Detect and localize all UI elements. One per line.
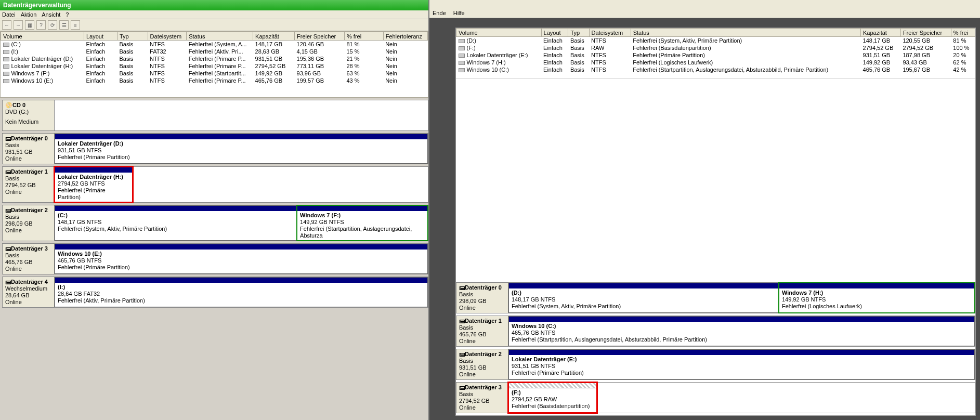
drive-icon xyxy=(459,46,465,50)
cd-state: Kein Medium xyxy=(5,119,51,125)
partition[interactable]: (I:)28,64 GB FAT32Fehlerfrei (Aktiv, Pri… xyxy=(55,277,428,307)
disk-row[interactable]: 🖴Datenträger 0Basis931,51 GBOnlineLokale… xyxy=(2,133,428,164)
drive-icon xyxy=(459,39,465,43)
partition[interactable]: Lokaler Datenträger (D:)931,51 GB NTFSFe… xyxy=(55,134,428,164)
disk-row[interactable]: 🖴Datenträger 1Basis465,76 GBOnlineWindow… xyxy=(456,316,975,347)
table-row[interactable]: (C:)EinfachBasisNTFSFehlerfrei (System, … xyxy=(1,41,428,48)
table-row[interactable]: (I:)EinfachBasisFAT32Fehlerfrei (Aktiv, … xyxy=(1,48,428,55)
drive-icon xyxy=(3,64,9,69)
back-icon[interactable]: ← xyxy=(2,20,11,30)
menu-ende[interactable]: Ende xyxy=(433,10,446,16)
menu-ansicht[interactable]: Ansicht xyxy=(42,11,60,18)
disk-map[interactable]: 📀CD 0 DVD (G:) Kein Medium 🖴Datenträger … xyxy=(0,98,428,420)
disk-row[interactable]: 🖴Datenträger 2Basis298,09 GBOnline(C:)14… xyxy=(2,205,428,241)
cd-letter: DVD (G:) xyxy=(5,109,51,115)
table-row[interactable]: Lokaler Datenträger (H:)EinfachBasisNTFS… xyxy=(1,62,428,70)
drive-icon xyxy=(3,43,9,47)
col-header[interactable]: Status xyxy=(187,32,253,41)
right-volume-list[interactable]: VolumeLayoutTypDateisystemStatusKapazitä… xyxy=(456,28,975,78)
drive-icon xyxy=(3,79,9,83)
partition[interactable]: (F:)2794,52 GB RAWFehlerfrei (Basisdaten… xyxy=(508,383,597,413)
disk-row[interactable]: 🖴Datenträger 3Basis2794,52 GBOnline(F:)2… xyxy=(456,382,975,413)
col-header[interactable]: Typ xyxy=(117,32,148,41)
menu-?[interactable]: ? xyxy=(66,11,69,18)
table-row[interactable]: (F:)EinfachBasisRAWFehlerfrei (Basisdate… xyxy=(456,44,975,51)
disk-row[interactable]: 🖴Datenträger 4Wechselmedium28,64 GBOnlin… xyxy=(2,277,428,308)
drive-icon xyxy=(3,72,9,76)
disk-row[interactable]: 🖴Datenträger 0Basis298,09 GBOnline(D:)14… xyxy=(456,282,975,313)
col-header[interactable]: Freier Speicher xyxy=(900,29,951,37)
menu-aktion[interactable]: Aktion xyxy=(21,11,37,18)
drive-icon xyxy=(3,50,9,54)
table-row[interactable]: Windows 7 (F:)EinfachBasisNTFSFehlerfrei… xyxy=(1,70,428,77)
table-row[interactable]: Lokaler Datenträger (E:)EinfachBasisNTFS… xyxy=(456,51,975,59)
drive-icon xyxy=(459,68,465,72)
right-titlebar xyxy=(429,0,980,8)
col-header[interactable]: Volume xyxy=(1,32,84,41)
refresh-icon[interactable]: ⟳ xyxy=(48,20,57,30)
table-row[interactable]: (D:)EinfachBasisNTFSFehlerfrei (System, … xyxy=(456,37,975,45)
toolbar[interactable]: ← → ▦ ? ⟳ ☰ ≡ xyxy=(0,19,428,31)
partition[interactable]: Windows 7 (F:)149,92 GB NTFSFehlerfrei (… xyxy=(297,205,428,241)
cd-name: CD 0 xyxy=(12,102,25,108)
table-row[interactable]: Windows 10 (C:)EinfachBasisNTFSFehlerfre… xyxy=(456,66,975,73)
col-header[interactable]: Typ xyxy=(568,29,589,37)
drive-icon xyxy=(459,61,465,65)
grid-icon[interactable]: ▦ xyxy=(25,20,34,30)
table-row[interactable]: Windows 10 (E:)EinfachBasisNTFSFehlerfre… xyxy=(1,77,428,84)
help-icon[interactable]: ? xyxy=(36,20,46,30)
partition[interactable]: Windows 10 (E:)465,76 GB NTFSFehlerfrei … xyxy=(55,244,428,274)
table-row[interactable]: Lokaler Datenträger (D:)EinfachBasisNTFS… xyxy=(1,55,428,62)
col-header[interactable]: Status xyxy=(631,29,860,37)
right-window: EndeHilfe VolumeLayoutTypDateisystemStat… xyxy=(429,0,980,420)
disk-row[interactable]: 🖴Datenträger 3Basis465,76 GBOnlineWindow… xyxy=(2,243,428,274)
partition[interactable]: (C:)148,17 GB NTFSFehlerfrei (System, Ak… xyxy=(55,205,297,241)
col-header[interactable]: Layout xyxy=(541,29,568,37)
drive-icon xyxy=(3,57,9,61)
col-header[interactable]: % frei xyxy=(951,29,975,37)
left-window: Datenträgerverwaltung DateiAktionAnsicht… xyxy=(0,0,429,420)
menu-hilfe[interactable]: Hilfe xyxy=(453,10,465,16)
col-header[interactable]: Volume xyxy=(456,29,542,37)
list-icon[interactable]: ≡ xyxy=(71,20,80,30)
partition[interactable]: Windows 7 (H:)149,92 GB NTFSFehlerfrei (… xyxy=(779,283,975,313)
partition[interactable]: Lokaler Datenträger (H:)2794,52 GB NTFSF… xyxy=(55,167,133,202)
disk-row[interactable]: 🖴Datenträger 1Basis2794,52 GBOnlineLokal… xyxy=(2,166,428,203)
col-header[interactable]: Fehlertoleranz xyxy=(383,32,427,41)
partition[interactable]: (D:)148,17 GB NTFSFehlerfrei (System, Ak… xyxy=(508,283,779,313)
col-header[interactable]: Kapazität xyxy=(253,32,295,41)
table-row[interactable]: Windows 7 (H:)EinfachBasisNTFSFehlerfrei… xyxy=(456,59,975,66)
col-header[interactable]: Dateisystem xyxy=(589,29,631,37)
col-header[interactable]: Freier Speicher xyxy=(295,32,345,41)
fwd-icon[interactable]: → xyxy=(14,20,23,30)
disk-row[interactable]: 🖴Datenträger 2Basis931,51 GBOnlineLokale… xyxy=(456,349,975,380)
props-icon[interactable]: ☰ xyxy=(59,20,69,30)
partition[interactable]: Lokaler Datenträger (E:)931,51 GB NTFSFe… xyxy=(508,349,975,379)
col-header[interactable]: % frei xyxy=(344,32,383,41)
col-header[interactable]: Layout xyxy=(84,32,117,41)
col-header[interactable]: Dateisystem xyxy=(148,32,187,41)
col-header[interactable]: Kapazität xyxy=(861,29,901,37)
right-menu-bar[interactable]: EndeHilfe xyxy=(429,8,980,18)
partition[interactable]: Windows 10 (C:)465,76 GB NTFSFehlerfrei … xyxy=(508,316,975,346)
cd-drive[interactable]: 📀CD 0 DVD (G:) Kein Medium xyxy=(2,100,428,131)
drive-icon xyxy=(459,54,465,58)
menu-datei[interactable]: Datei xyxy=(2,11,16,18)
menu-bar[interactable]: DateiAktionAnsicht? xyxy=(0,10,428,19)
title-bar[interactable]: Datenträgerverwaltung xyxy=(0,0,428,10)
volume-list[interactable]: VolumeLayoutTypDateisystemStatusKapazitä… xyxy=(0,31,428,98)
